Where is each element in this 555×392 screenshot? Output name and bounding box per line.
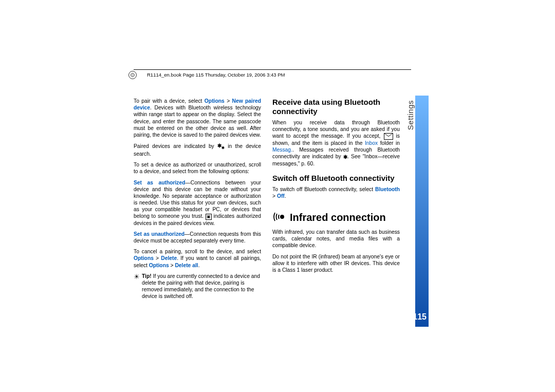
para-ir-1: With infrared, you can transfer data suc… — [272, 229, 400, 249]
column-left: To pair with a device, select Options > … — [134, 98, 261, 304]
text: > — [154, 255, 161, 261]
section-tab-label: Settings — [406, 100, 415, 130]
link-delete-all: Delete all — [175, 263, 198, 268]
link-options: Options — [205, 98, 225, 104]
side-gradient — [415, 96, 429, 327]
para-switch-off: To switch off Bluetooth connectivity, se… — [272, 186, 400, 199]
page-number: 115 — [413, 312, 427, 322]
link-bluetooth: Bluetooth — [375, 186, 400, 192]
text: > — [225, 98, 232, 104]
link-delete: Delete — [161, 255, 177, 261]
envelope-icon — [384, 133, 393, 140]
page-content: To pair with a device, select Options > … — [134, 67, 427, 304]
para-set-unauthorized: Set as unauthorized—Connection requests … — [134, 231, 261, 244]
text: > — [169, 263, 175, 268]
para-cancel-pairing: To cancel a pairing, scroll to the devic… — [134, 248, 261, 269]
text: . — [285, 193, 286, 199]
text: To cancel a pairing, scroll to the devic… — [134, 249, 261, 254]
text: Paired devices are indicated by — [134, 143, 217, 149]
link-options-2: Options — [134, 255, 154, 261]
text: If you are currently connected to a devi… — [142, 273, 260, 300]
heading-receive-data: Receive data using Bluetooth connectivit… — [272, 98, 400, 116]
svg-point-0 — [280, 215, 284, 219]
para-setauth-intro: To set a device as authorized or unautho… — [134, 161, 261, 175]
text: To switch off Bluetooth connectivity, se… — [272, 186, 375, 192]
link-off: Off — [277, 193, 285, 199]
tip-label: Tip! — [142, 273, 152, 279]
tip-icon: ☀ — [134, 273, 140, 280]
heading-switch-off: Switch off Bluetooth connectivity — [272, 174, 400, 183]
link-messag: Messag. — [272, 147, 292, 153]
link-options-3: Options — [149, 263, 169, 268]
authorized-icon: ▣ — [206, 214, 212, 220]
link-inbox: Inbox — [365, 140, 378, 146]
para-pair: To pair with a device, select Options > … — [134, 98, 261, 138]
label-set-authorized: Set as authorized — [134, 180, 186, 185]
column-right: Receive data using Bluetooth connectivit… — [272, 98, 400, 304]
bt-msg-icon: ✱ — [343, 154, 347, 160]
infrared-icon — [272, 211, 285, 225]
para-receive: When you receive data through Bluetooth … — [272, 119, 400, 167]
text: To pair with a device, select — [134, 98, 205, 104]
text: . Devices with Bluetooth wireless techno… — [134, 105, 261, 138]
para-indicated: Paired devices are indicated by ✱✱ in th… — [134, 142, 261, 157]
heading-infrared: Infrared connection — [290, 211, 386, 225]
tip-text: Tip! If you are currently connected to a… — [142, 273, 261, 300]
tip-block: ☀ Tip! If you are currently connected to… — [134, 273, 261, 300]
heading-infrared-row: Infrared connection — [272, 211, 400, 225]
text: When you receive data through Bluetooth … — [272, 120, 400, 139]
text: folder in — [378, 140, 400, 146]
label-set-unauthorized: Set as unauthorized — [134, 231, 184, 237]
para-ir-2: Do not point the IR (infrared) beam at a… — [272, 253, 400, 274]
para-set-authorized: Set as authorized—Connections between yo… — [134, 179, 261, 227]
bluetooth-pair-icon: ✱✱ — [217, 142, 225, 151]
text: > — [272, 193, 277, 199]
text: . — [198, 263, 200, 268]
